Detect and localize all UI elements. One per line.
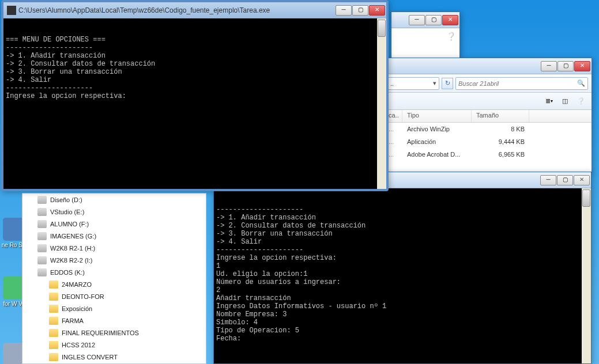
console-line: Fecha: <box>216 335 589 343</box>
maximize-button[interactable]: ▢ <box>352 5 368 16</box>
file-list: ca.. Tipo Tamaño ...Archivo WinZip8 KB..… <box>384 110 592 172</box>
close-button[interactable]: ✕ <box>442 15 458 25</box>
tree-label: EDDOS (K:) <box>50 269 85 276</box>
col-type[interactable]: Tipo <box>402 110 472 122</box>
cell-size: 9,444 KB <box>472 137 529 146</box>
help-icon[interactable]: ❔ <box>446 32 456 41</box>
console-output[interactable]: ----------------------> 1. Añadir transa… <box>214 188 591 363</box>
col-size[interactable]: Tamaño <box>472 110 529 122</box>
tree-drive[interactable]: Diseño (D:) <box>22 194 206 206</box>
tree-label: 24MARZO <box>62 281 92 288</box>
tree-folder[interactable]: 24MARZO <box>22 278 206 290</box>
view-toolbar: ≣▾ ◫ ❔ <box>384 93 592 110</box>
folder-icon <box>49 317 58 325</box>
tree-label: DEONTO-FOR <box>62 293 104 300</box>
preview-pane-button[interactable]: ◫ <box>559 96 571 107</box>
console-line: === MENU DE OPCIONES === <box>6 36 384 44</box>
tree-label: W2K8 R2-2 (I:) <box>50 257 92 264</box>
tree-drive[interactable]: EDDOS (K:) <box>22 266 206 278</box>
tree-folder[interactable]: FARMA <box>22 314 206 327</box>
console-line: -> 1. Añadir transacción <box>6 52 384 60</box>
close-button[interactable]: ✕ <box>369 5 385 16</box>
tree-folder[interactable]: Exposición <box>22 302 206 314</box>
maximize-button[interactable]: ▢ <box>557 175 573 185</box>
drive-icon <box>37 220 47 228</box>
minimize-button[interactable]: ─ <box>409 15 425 25</box>
table-row[interactable]: ...Aplicación9,444 KB <box>384 135 592 148</box>
console-line: --------------------- <box>6 44 384 52</box>
scrollbar[interactable] <box>582 188 591 363</box>
console-line: 1 <box>216 262 589 270</box>
console-line: Ud. eligio la opcion:1 <box>216 270 589 278</box>
refresh-button[interactable]: ↻ <box>442 78 453 89</box>
tree-drive[interactable]: ALUMNO (F:) <box>22 218 206 230</box>
explorer-window-small: ─ ▢ ✕ ❔ <box>391 12 460 58</box>
help-icon[interactable]: ❔ <box>575 96 587 107</box>
titlebar[interactable]: ─ ▢ ✕ <box>384 58 592 74</box>
console-output[interactable]: === MENU DE OPCIONES ===----------------… <box>3 18 386 189</box>
title-text: C:\Users\Alumno\AppData\Local\Temp\wz66d… <box>18 6 336 14</box>
tree-label: IMAGENES (G:) <box>50 233 96 240</box>
console-line: --------------------- <box>216 206 589 214</box>
console-line: -> 1. Añadir transacción <box>216 214 589 222</box>
folder-tree: Diseño (D:)VStudio (E:)ALUMNO (F:)IMAGEN… <box>22 193 206 364</box>
dropdown-icon[interactable]: ▾ <box>433 79 436 87</box>
scroll-thumb[interactable] <box>378 20 386 37</box>
search-input[interactable] <box>458 80 577 87</box>
console-line: Ingrese la opcion respectiva: <box>216 254 589 262</box>
console-line: -> 4. Salir <box>216 238 589 246</box>
scrollbar[interactable] <box>377 18 386 189</box>
console-line: Simbolo: 4 <box>216 318 589 327</box>
console-line: Añadir transacción <box>216 294 589 302</box>
tree-label: HCSS 2012 <box>62 342 95 348</box>
cmd-icon <box>7 6 16 15</box>
minimize-button[interactable]: ─ <box>336 5 352 16</box>
scroll-thumb[interactable] <box>582 189 590 207</box>
tree-label: Exposición <box>62 305 92 312</box>
folder-icon <box>49 305 58 313</box>
search-icon[interactable]: 🔍 <box>577 79 585 88</box>
folder-icon <box>49 329 58 337</box>
maximize-button[interactable]: ▢ <box>425 15 442 25</box>
console-line: -> 4. Salir <box>6 76 384 84</box>
tree-drive[interactable]: W2K8 R2-2 (I:) <box>22 254 206 266</box>
view-mode-button[interactable]: ≣▾ <box>543 96 555 107</box>
console-line: Ingrese la opcion respectiva: <box>6 92 384 100</box>
breadcrumb-tail: .. <box>390 80 394 87</box>
maximize-button[interactable]: ▢ <box>557 61 574 71</box>
cell-type: Aplicación <box>402 137 472 146</box>
console-line: -> 3. Borrar una transacción <box>6 68 384 76</box>
cell-type: Archivo WinZip <box>402 124 472 134</box>
tree-folder[interactable]: DEONTO-FOR <box>22 290 206 302</box>
tree-label: ALUMNO (F:) <box>50 221 89 227</box>
titlebar[interactable]: ─ ▢ ✕ <box>391 12 459 28</box>
drive-icon <box>37 256 47 264</box>
console-line: Nombre Empresa: 3 <box>216 310 589 318</box>
tree-folder[interactable]: FINAL REQUERIMIENTOS <box>22 327 206 339</box>
tree-drive[interactable]: IMAGENES (G:) <box>22 230 206 242</box>
tree-label: FARMA <box>62 317 84 324</box>
explorer-window: ─ ▢ ✕ .. ▾ ↻ 🔍 ≣▾ ◫ ❔ ca.. Tipo Tamaño .… <box>383 58 592 173</box>
minimize-button[interactable]: ─ <box>541 61 557 71</box>
breadcrumb[interactable]: .. ▾ <box>387 77 439 90</box>
minimize-button[interactable]: ─ <box>540 175 556 185</box>
close-button[interactable]: ✕ <box>574 175 590 185</box>
tree-label: FINAL REQUERIMIENTOS <box>62 329 139 336</box>
tree-label: VStudio (E:) <box>50 208 84 215</box>
titlebar[interactable]: C:\Users\Alumno\AppData\Local\Temp\wz66d… <box>3 2 386 18</box>
drive-icon <box>37 208 47 216</box>
close-button[interactable]: ✕ <box>574 61 590 71</box>
folder-icon <box>49 353 58 361</box>
console-window-2: go_fuente_ejemplo\Tarea.exe ─ ▢ ✕ ------… <box>213 172 592 364</box>
tree-drive[interactable]: W2K8 R2-1 (H:) <box>22 242 206 254</box>
table-row[interactable]: ...Adobe Acrobat D...6,965 KB <box>384 148 592 161</box>
table-header: ca.. Tipo Tamaño <box>384 110 592 123</box>
tree-folder[interactable]: INGLES CONVERT <box>22 351 206 363</box>
drive-icon <box>37 244 47 252</box>
search-box[interactable]: 🔍 <box>455 77 588 90</box>
table-row[interactable]: ...Archivo WinZip8 KB <box>384 123 592 135</box>
tree-folder[interactable]: HCSS 2012 <box>22 339 206 351</box>
drive-icon <box>37 196 47 204</box>
tree-drive[interactable]: VStudio (E:) <box>22 206 206 218</box>
console-line: Tipo de Operacion: 5 <box>216 327 589 335</box>
